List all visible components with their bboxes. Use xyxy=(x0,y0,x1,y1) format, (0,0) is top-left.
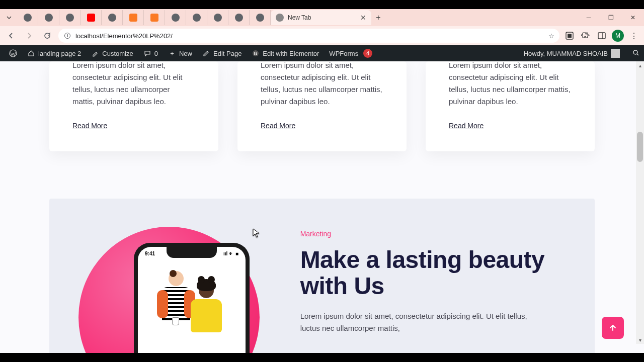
active-tab[interactable]: New Tab ✕ xyxy=(271,10,371,25)
wp-wpforms[interactable]: WPForms 4 xyxy=(324,45,377,61)
card-text: Lorem ipsum dolor sit amet, consectetur … xyxy=(261,61,383,108)
close-window-button[interactable]: ✕ xyxy=(622,9,644,26)
scroll-down-arrow-icon[interactable]: ▾ xyxy=(636,336,644,344)
xampp-icon xyxy=(150,14,158,22)
new-tab-button[interactable]: + xyxy=(371,11,385,25)
wpforms-badge: 4 xyxy=(363,49,372,58)
scroll-to-top-button[interactable] xyxy=(602,317,624,339)
back-button[interactable] xyxy=(4,29,18,43)
section-tag: Marketing xyxy=(300,230,567,238)
scroll-thumb[interactable] xyxy=(637,132,643,162)
svg-point-13 xyxy=(633,50,637,54)
pencil-icon xyxy=(202,49,210,57)
site-info-icon[interactable] xyxy=(63,32,71,40)
pinned-tab[interactable] xyxy=(250,10,271,25)
svg-rect-11 xyxy=(256,53,257,54)
pinned-tab[interactable] xyxy=(186,10,207,25)
svg-rect-10 xyxy=(256,52,257,53)
forward-button[interactable] xyxy=(22,29,36,43)
read-more-link[interactable]: Read More xyxy=(261,122,295,130)
extension-icon[interactable] xyxy=(564,30,576,42)
elementor-icon xyxy=(252,49,260,57)
tab-title: New Tab xyxy=(288,14,311,21)
feature-card: Lorem ipsum dolor sit amet, consectetur … xyxy=(49,61,218,151)
pinned-tab[interactable] xyxy=(38,10,59,25)
wp-logo[interactable] xyxy=(4,45,22,61)
pinned-tab[interactable] xyxy=(80,10,102,25)
feature-cards-row: Lorem ipsum dolor sit amet, consectetur … xyxy=(0,61,644,151)
wordpress-icon xyxy=(9,49,17,57)
vertical-scrollbar[interactable]: ▴ ▾ xyxy=(636,61,644,344)
browser-menu-icon[interactable]: ⋮ xyxy=(628,30,640,42)
pinned-tab[interactable] xyxy=(17,10,38,25)
reload-button[interactable] xyxy=(40,29,54,43)
marketing-illustration: 9:41 ııl ᯤ ■ xyxy=(49,199,300,353)
profile-avatar[interactable]: M xyxy=(612,30,624,42)
wp-new[interactable]: + New xyxy=(163,45,197,61)
maximize-button[interactable]: ❐ xyxy=(600,9,622,26)
wp-customize[interactable]: Customize xyxy=(86,45,138,61)
globe-icon xyxy=(172,14,180,22)
pinned-tab[interactable] xyxy=(144,10,165,25)
phone-status-icons: ııl ᯤ ■ xyxy=(223,251,238,256)
card-text: Lorem ipsum dolor sit amet, consectetur … xyxy=(449,61,572,108)
svg-rect-4 xyxy=(568,34,572,38)
svg-point-1 xyxy=(67,34,68,35)
wp-site-name[interactable]: landing page 2 xyxy=(22,45,86,61)
illustration-person-2 xyxy=(186,283,226,343)
wp-howdy[interactable]: Howdy, MUAMMAD SHOAIB xyxy=(519,45,625,61)
brush-icon xyxy=(91,49,99,57)
globe-icon xyxy=(256,14,264,22)
minimize-button[interactable]: ─ xyxy=(578,9,600,26)
phone-mockup: 9:41 ııl ᯤ ■ xyxy=(134,243,250,353)
pinned-tab[interactable] xyxy=(123,10,144,25)
wp-edit-elementor[interactable]: Edit with Elementor xyxy=(247,45,324,61)
youtube-icon xyxy=(87,14,95,22)
wp-edit-page[interactable]: Edit Page xyxy=(197,45,247,61)
close-tab-button[interactable]: ✕ xyxy=(360,14,366,22)
phone-time: 9:41 xyxy=(145,251,155,256)
wp-search-icon[interactable] xyxy=(632,49,640,58)
globe-icon xyxy=(235,14,243,22)
section-title: Make a lasting beauty with Us xyxy=(300,247,567,299)
url-input[interactable]: localhost/Elementor%20LP%202/ ☆ xyxy=(58,29,559,43)
svg-rect-2 xyxy=(67,35,67,37)
svg-rect-12 xyxy=(256,54,257,55)
tab-search-dropdown[interactable] xyxy=(3,12,15,24)
globe-icon xyxy=(66,14,74,22)
svg-rect-9 xyxy=(254,52,255,55)
comment-icon xyxy=(143,49,151,57)
pinned-tab[interactable] xyxy=(165,10,186,25)
marketing-section: 9:41 ııl ᯤ ■ xyxy=(49,199,595,353)
svg-line-14 xyxy=(637,54,638,55)
feature-card: Lorem ipsum dolor sit amet, consectetur … xyxy=(426,61,595,151)
globe-icon xyxy=(214,14,222,22)
arrow-up-icon xyxy=(608,323,617,332)
svg-rect-5 xyxy=(598,33,605,39)
pinned-tab[interactable] xyxy=(228,10,250,25)
globe-icon xyxy=(108,14,116,22)
page-content: Lorem ipsum dolor sit amet, consectetur … xyxy=(0,61,644,353)
wp-comments[interactable]: 0 xyxy=(138,45,163,61)
url-text: localhost/Elementor%20LP%202/ xyxy=(75,32,173,40)
scroll-up-arrow-icon[interactable]: ▴ xyxy=(636,61,644,69)
section-description: Lorem ipsum dolor sit amet, consectetur … xyxy=(300,310,532,334)
globe-icon xyxy=(276,14,284,22)
feature-card: Lorem ipsum dolor sit amet, consectetur … xyxy=(237,61,407,151)
read-more-link[interactable]: Read More xyxy=(449,122,484,130)
extensions-puzzle-icon[interactable] xyxy=(580,30,592,42)
phone-notch xyxy=(167,247,217,258)
read-more-link[interactable]: Read More xyxy=(72,122,107,130)
bookmark-star-icon[interactable]: ☆ xyxy=(548,32,554,40)
pinned-tab[interactable] xyxy=(102,10,123,25)
side-panel-icon[interactable] xyxy=(596,30,608,42)
plus-icon: + xyxy=(168,49,176,57)
globe-icon xyxy=(45,14,53,22)
browser-tab-strip: New Tab ✕ + ─ ❐ ✕ xyxy=(0,9,644,26)
xampp-icon xyxy=(129,14,137,22)
globe-icon xyxy=(193,14,201,22)
home-icon xyxy=(27,49,35,57)
pinned-tab[interactable] xyxy=(59,10,80,25)
pinned-tab[interactable] xyxy=(207,10,228,25)
address-bar: localhost/Elementor%20LP%202/ ☆ M ⋮ xyxy=(0,26,644,45)
